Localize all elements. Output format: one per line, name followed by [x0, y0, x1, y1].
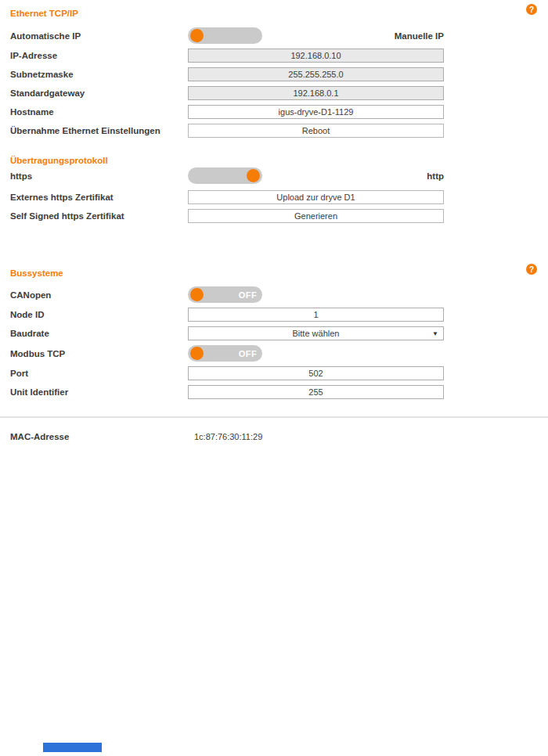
http-label: http — [427, 171, 444, 181]
section-title-ethernet: Ethernet TCP/IP — [10, 9, 78, 18]
ip-address-label: IP-Adresse — [10, 51, 188, 60]
subnet-mask-field — [188, 67, 444, 81]
external-cert-label: Externes https Zertifikat — [10, 193, 188, 202]
gateway-label: Standardgateway — [10, 88, 188, 98]
row-hostname: Hostname — [10, 105, 537, 119]
help-icon[interactable]: ? — [526, 264, 537, 275]
gateway-field — [188, 86, 444, 100]
modbus-toggle[interactable]: OFF — [188, 345, 262, 362]
https-http-toggle[interactable] — [188, 167, 262, 184]
canopen-toggle[interactable]: OFF — [188, 286, 262, 303]
row-modbus: Modbus TCP OFF — [10, 345, 537, 362]
unit-identifier-label: Unit Identifier — [10, 387, 188, 397]
reboot-button[interactable]: Reboot — [188, 124, 444, 138]
row-apply-ethernet: Übernahme Ethernet Einstellungen Reboot — [10, 124, 537, 138]
port-field[interactable] — [188, 366, 444, 380]
row-canopen: CANopen OFF — [10, 286, 537, 303]
row-node-id: Node ID — [10, 308, 537, 322]
divider — [0, 416, 548, 418]
row-https-toggle: https http — [10, 167, 537, 184]
hostname-label: Hostname — [10, 107, 188, 117]
apply-ethernet-label: Übernahme Ethernet Einstellungen — [10, 126, 188, 135]
section-protocol-header: Übertragungsprotokoll — [10, 154, 537, 166]
row-baudrate: Baudrate Bitte wählen ▼ — [10, 326, 537, 340]
toggle-knob-icon — [247, 169, 260, 182]
modbus-label: Modbus TCP — [10, 349, 188, 358]
help-icon[interactable]: ? — [526, 4, 537, 15]
canopen-state-label: OFF — [233, 286, 262, 303]
row-unit-identifier: Unit Identifier — [10, 385, 537, 399]
section-bus-header: Bussysteme ? — [10, 267, 537, 279]
row-mac-address: MAC-Adresse 1c:87:76:30:11:29 — [10, 431, 537, 442]
row-subnet-mask: Subnetzmaske — [10, 67, 537, 81]
settings-page: Ethernet TCP/IP ? Automatische IP Manuel… — [0, 0, 548, 442]
baudrate-label: Baudrate — [10, 329, 188, 338]
mac-address-label: MAC-Adresse — [10, 432, 188, 441]
row-automatic-ip: Automatische IP Manuelle IP — [10, 27, 537, 44]
dropdown-arrow-icon: ▼ — [432, 330, 438, 337]
row-port: Port — [10, 366, 537, 380]
toggle-knob-icon — [190, 29, 204, 42]
row-external-cert: Externes https Zertifikat Upload zur dry… — [10, 190, 537, 204]
upload-cert-button[interactable]: Upload zur dryve D1 — [188, 190, 444, 204]
section-ethernet-header: Ethernet TCP/IP ? — [10, 7, 537, 19]
mac-address-value: 1c:87:76:30:11:29 — [188, 432, 262, 441]
node-id-label: Node ID — [10, 310, 188, 319]
toggle-knob-icon — [190, 288, 204, 301]
row-ip-address: IP-Adresse — [10, 49, 537, 63]
baudrate-selected-value: Bitte wählen — [293, 329, 340, 338]
footer-blue-bar — [43, 743, 102, 752]
node-id-field[interactable] — [188, 308, 444, 322]
self-signed-cert-label: Self Signed https Zertifikat — [10, 211, 188, 221]
generate-cert-button[interactable]: Generieren — [188, 209, 444, 223]
hostname-field[interactable] — [188, 105, 444, 119]
unit-identifier-field[interactable] — [188, 385, 444, 399]
row-self-signed-cert: Self Signed https Zertifikat Generieren — [10, 209, 537, 223]
ip-address-field — [188, 49, 444, 63]
canopen-label: CANopen — [10, 290, 188, 300]
modbus-state-label: OFF — [233, 345, 262, 362]
section-title-protocol: Übertragungsprotokoll — [10, 156, 108, 165]
row-gateway: Standardgateway — [10, 86, 537, 100]
automatic-ip-label: Automatische IP — [10, 31, 188, 41]
section-title-bus: Bussysteme — [10, 268, 63, 278]
manual-ip-label: Manuelle IP — [395, 31, 444, 41]
baudrate-select[interactable]: Bitte wählen ▼ — [188, 326, 444, 340]
https-label: https — [10, 171, 188, 181]
port-label: Port — [10, 369, 188, 378]
automatic-ip-toggle[interactable] — [188, 27, 262, 44]
subnet-mask-label: Subnetzmaske — [10, 70, 188, 79]
toggle-knob-icon — [190, 347, 204, 360]
